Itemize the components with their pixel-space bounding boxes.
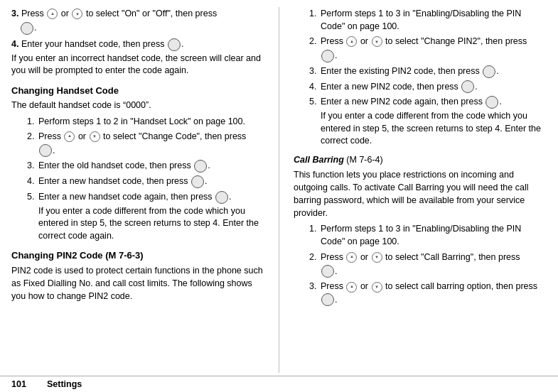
cb3-mid: to select call barring option, then pres… [385,281,537,291]
nav-down-icon-3[interactable] [72,9,82,19]
changing-handset-section: Changing Handset Code The default handse… [11,85,264,243]
cb-item-2: Press or to select "Call Barring", then … [319,251,547,278]
cb3-press: Press [321,281,343,291]
ch-item-5: Enter a new handset code again, then pre… [37,190,264,242]
r-item-3: Enter the existing PIN2 code, then press… [319,65,547,78]
ok-button-3[interactable] [21,22,33,35]
r-item-1: Perform steps 1 to 3 in "Enabling/Disabl… [319,7,547,33]
ch-item-2: Press or to select "Change Code", then p… [37,130,264,158]
ok-ch3[interactable] [194,160,207,173]
nav-down-cb2[interactable] [372,252,382,263]
r2-end: to select "Change PIN2", then press [385,36,527,46]
page: 3. Press or to select "On" or "Off", the… [0,0,558,392]
pin2-heading: Changing PIN2 Code (M 7-6-3) [11,249,264,263]
nav-up-icon-3[interactable] [47,9,58,19]
callbarring-heading-row: Call Barring (M 7-6-4) [294,153,547,166]
cb2-ok-row: . [321,265,547,278]
callbarring-tag: (M 7-6-4) [346,155,382,165]
nav-up-cb2[interactable] [346,252,357,263]
ok-r2[interactable] [321,50,334,62]
item-3: 3. Press or to select "On" or "Off", the… [11,7,264,35]
ok-button-ch2[interactable] [39,144,52,157]
column-divider [279,7,279,373]
cb-item-3: Press or to select call barring option, … [319,280,547,306]
ch2-ok-row: . [38,144,264,158]
item-4: 4. Enter your handset code, then press .… [11,38,264,77]
changing-handset-sub: The default handset code is “0000”. [11,99,264,111]
ok-r4[interactable] [461,80,474,93]
changing-handset-heading: Changing Handset Code [11,85,264,98]
r2-press: Press [321,36,343,46]
callbarring-section: Call Barring (M 7-6-4) This function let… [294,153,547,307]
nav-down-r2[interactable] [372,36,382,47]
item3-ok-row: . [20,21,264,35]
callbarring-desc: This function lets you place restriction… [294,168,547,220]
item3-end: to select "On" or "Off", then press [86,9,217,18]
r5-sub: If you enter a code different from the c… [321,110,547,148]
r-item-4: Enter a new PIN2 code, then press . [319,80,547,94]
item3-or: or [61,9,72,18]
ok-r5[interactable] [485,96,498,109]
cb-item-1: Perform steps 1 to 3 in "Enabling/Disabl… [319,222,547,248]
callbarring-list: Perform steps 1 to 3 in "Enabling/Disabl… [306,222,547,306]
ch-item-3: Enter the old handset code, then press . [37,159,264,173]
r-item-5: Enter a new PIN2 code again, then press … [319,95,547,147]
changing-handset-list: Perform steps 1 to 2 in "Handset Lock" o… [24,115,264,243]
footer-section: Settings [47,379,82,389]
page-number: 101 [11,379,33,389]
pin2-right-list: Perform steps 1 to 3 in "Enabling/Disabl… [306,7,547,148]
ok-r3[interactable] [483,65,495,78]
ch-item-1: Perform steps 1 to 2 in "Handset Lock" o… [37,115,264,128]
item4-number: 4. [11,39,18,49]
right-column: Perform steps 1 to 3 in "Enabling/Disabl… [294,7,547,373]
ok-cb2[interactable] [321,265,334,278]
item4-text: Enter your handset code, then press [21,39,167,49]
pin2-sub: PIN2 code is used to protect certain fun… [11,264,264,303]
item4-sub: If you enter an incorrect handset code, … [11,53,264,77]
ch2-press: Press [38,131,61,141]
nav-up-r2[interactable] [346,36,357,47]
cb3-or: or [360,281,371,291]
callbarring-heading: Call Barring [294,155,344,165]
ch-item-4: Enter a new handset code, then press . [37,175,264,188]
nav-down-ch2[interactable] [90,131,100,142]
left-column: 3. Press or to select "On" or "Off", the… [11,7,264,373]
cb2-end: to select "Call Barring", then press [385,252,520,262]
ok-cb3[interactable] [321,293,334,306]
r2-ok-row: . [321,49,547,62]
r2-or: or [360,36,371,46]
ok-button-4[interactable] [168,38,181,51]
ok-ch5[interactable] [215,191,228,204]
nav-down-cb3[interactable] [372,282,382,293]
footer: 101 Settings [0,376,558,392]
ch2-or: or [78,131,89,141]
ok-ch4[interactable] [191,175,204,188]
nav-up-ch2[interactable] [64,131,75,142]
ch2-end: to select "Change Code", then press [103,131,246,141]
item3-number: 3. [11,9,18,18]
ch5-sub: If you enter a code different from the c… [38,205,264,243]
nav-up-cb3[interactable] [346,282,357,293]
cb2-or: or [360,252,371,262]
item3-press-label: Press [21,9,44,18]
cb2-press: Press [321,252,343,262]
r-item-2: Press or to select "Change PIN2", then p… [319,35,547,62]
main-content: 3. Press or to select "On" or "Off", the… [0,0,558,376]
pin2-section: Changing PIN2 Code (M 7-6-3) PIN2 code i… [11,249,264,303]
